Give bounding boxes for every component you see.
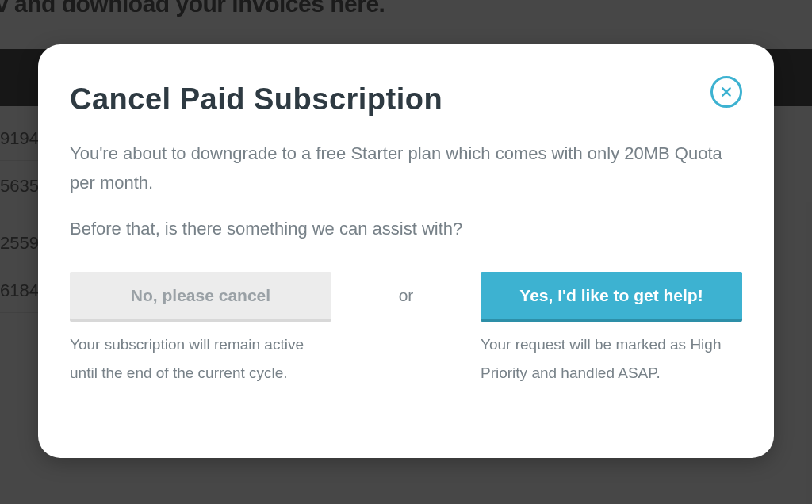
or-separator: or — [331, 272, 481, 319]
modal-actions: No, please cancel Your subscription will… — [70, 272, 742, 388]
close-icon — [721, 86, 732, 97]
cancel-button[interactable]: No, please cancel — [70, 272, 331, 319]
help-column: Yes, I'd like to get help! Your request … — [481, 272, 742, 388]
modal-body-line: Before that, is there something we can a… — [70, 214, 742, 243]
cancel-column: No, please cancel Your subscription will… — [70, 272, 331, 388]
help-button[interactable]: Yes, I'd like to get help! — [481, 272, 742, 319]
cancel-subscription-modal: Cancel Paid Subscription You're about to… — [38, 44, 774, 458]
cancel-caption: Your subscription will remain active unt… — [70, 330, 331, 388]
help-caption: Your request will be marked as High Prio… — [481, 330, 742, 388]
modal-title: Cancel Paid Subscription — [70, 82, 742, 116]
close-button[interactable] — [710, 76, 742, 108]
modal-body-line: You're about to downgrade to a free Star… — [70, 139, 742, 198]
modal-body: You're about to downgrade to a free Star… — [70, 139, 742, 243]
